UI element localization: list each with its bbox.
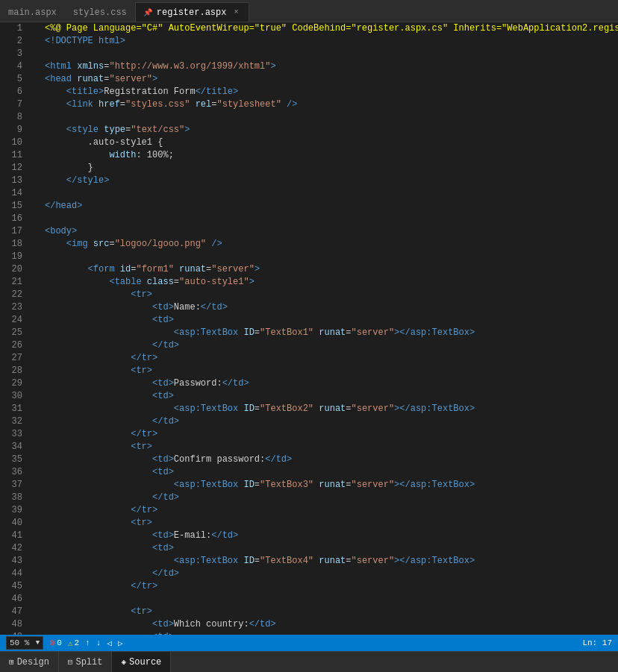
line-number-45: 45 [0, 580, 30, 593]
code-line-21: <table class="auto-style1"> [45, 276, 618, 289]
tab-styles-css-label: styles.css [73, 7, 127, 18]
line-number-13: 13 [0, 175, 30, 187]
scroll-up-icon[interactable]: ↑ [85, 638, 90, 647]
split-icon: ⊟ [68, 657, 73, 667]
design-button[interactable]: ⊞ Design [0, 652, 59, 672]
line-number-27: 27 [0, 352, 30, 365]
line-number-39: 39 [0, 504, 30, 517]
code-line-41: <td>E-mail:</td> [45, 530, 618, 542]
line-number-16: 16 [0, 213, 30, 225]
line-number-21: 21 [0, 276, 30, 289]
zoom-control[interactable]: 50 % ▼ [6, 636, 43, 650]
code-line-42: <td> [45, 542, 618, 555]
code-line-10: .auto-style1 { [45, 136, 618, 149]
code-line-38: </td> [45, 492, 618, 504]
code-line-44: </td> [45, 568, 618, 580]
line-number-17: 17 [0, 225, 30, 238]
line-number-22: 22 [0, 289, 30, 301]
code-line-16 [45, 213, 618, 225]
source-icon: ◈ [121, 657, 126, 667]
line-number-32: 32 [0, 415, 30, 428]
line-number-3: 3 [0, 48, 30, 60]
line-number-29: 29 [0, 377, 30, 390]
line-number-18: 18 [0, 238, 30, 251]
status-left: 50 % ▼ ⊗ 0 ⚠ 2 ↑ ↓ ◁ ▷ [6, 636, 123, 650]
split-button[interactable]: ⊟ Split [59, 652, 113, 672]
code-line-33: </tr> [45, 428, 618, 441]
tab-main-aspx-label: main.aspx [8, 7, 57, 18]
line-number-44: 44 [0, 568, 30, 580]
code-line-18: <img src="logoo/lgooo.png" /> [45, 238, 618, 251]
line-number-2: 2 [0, 35, 30, 48]
code-line-3 [45, 48, 618, 60]
line-number-33: 33 [0, 428, 30, 441]
tab-close-icon[interactable]: × [231, 7, 241, 18]
scroll-down-icon[interactable]: ↓ [96, 638, 102, 647]
line-number-36: 36 [0, 466, 30, 479]
code-line-40: <tr> [45, 517, 618, 530]
line-number-4: 4 [0, 60, 30, 73]
line-number-6: 6 [0, 86, 30, 98]
line-number-10: 10 [0, 136, 30, 149]
zoom-down-arrow[interactable]: ▼ [32, 636, 43, 650]
code-line-43: <asp:TextBox ID="TextBox4" runat="server… [45, 555, 618, 568]
code-line-46 [45, 593, 618, 606]
code-line-28: <tr> [45, 365, 618, 377]
line-number-38: 38 [0, 492, 30, 504]
line-number-40: 40 [0, 517, 30, 530]
line-number-11: 11 [0, 149, 30, 162]
split-label: Split [75, 657, 102, 668]
line-number-30: 30 [0, 390, 30, 403]
tab-bar: main.aspx styles.css 📌 register.aspx × [0, 0, 618, 22]
source-button[interactable]: ◈ Source [112, 652, 171, 672]
line-number-26: 26 [0, 339, 30, 352]
code-line-30: <td> [45, 390, 618, 403]
code-line-24: <td> [45, 314, 618, 327]
code-line-19 [45, 251, 618, 263]
code-line-17: <body> [45, 225, 618, 238]
line-number-43: 43 [0, 555, 30, 568]
code-line-14 [45, 187, 618, 200]
line-number-34: 34 [0, 441, 30, 453]
code-line-6: <title>Registration Form</title> [45, 86, 618, 98]
code-line-23: <td>Name:</td> [45, 301, 618, 314]
bottom-bar: ⊞ Design ⊟ Split ◈ Source [0, 651, 618, 672]
design-label: Design [17, 657, 49, 668]
tab-styles-css[interactable]: styles.css [65, 2, 135, 22]
line-number-20: 20 [0, 263, 30, 276]
code-line-39: </tr> [45, 504, 618, 517]
error-icon: ⊗ [49, 637, 55, 649]
scroll-right-icon[interactable]: ▷ [118, 638, 123, 648]
code-line-25: <asp:TextBox ID="TextBox1" runat="server… [45, 327, 618, 339]
code-area[interactable]: <%@ Page Language="C#" AutoEventWireup="… [42, 22, 618, 635]
line-number-41: 41 [0, 530, 30, 542]
tab-main-aspx[interactable]: main.aspx [0, 2, 65, 22]
zoom-value: 50 % [7, 638, 32, 647]
error-count: 0 [57, 638, 62, 647]
error-badge: ⊗ 0 [49, 637, 61, 649]
code-line-15: </head> [45, 200, 618, 213]
line-number-12: 12 [0, 162, 30, 175]
scroll-left-icon[interactable]: ◁ [107, 638, 112, 648]
tab-register-aspx[interactable]: 📌 register.aspx × [135, 2, 250, 22]
line-number-37: 37 [0, 479, 30, 492]
warn-badge: ⚠ 2 [68, 638, 79, 648]
line-numbers: 1234567891011121314151617181920212223242… [0, 22, 30, 635]
code-line-34: <tr> [45, 441, 618, 453]
status-bar: 50 % ▼ ⊗ 0 ⚠ 2 ↑ ↓ ◁ ▷ Ln: 17 [0, 635, 618, 651]
line-number-7: 7 [0, 98, 30, 111]
line-number-47: 47 [0, 606, 30, 618]
code-line-35: <td>Confirm password:</td> [45, 453, 618, 466]
status-right: Ln: 17 [582, 638, 612, 647]
line-number-24: 24 [0, 314, 30, 327]
editor-container: 1234567891011121314151617181920212223242… [0, 22, 618, 635]
line-number-35: 35 [0, 453, 30, 466]
line-number-14: 14 [0, 187, 30, 200]
warn-icon: ⚠ [68, 638, 73, 648]
line-number-42: 42 [0, 542, 30, 555]
code-line-11: width: 100%; [45, 149, 618, 162]
source-label: Source [129, 657, 161, 668]
line-number-8: 8 [0, 111, 30, 124]
code-line-47: <tr> [45, 606, 618, 618]
line-number-28: 28 [0, 365, 30, 377]
